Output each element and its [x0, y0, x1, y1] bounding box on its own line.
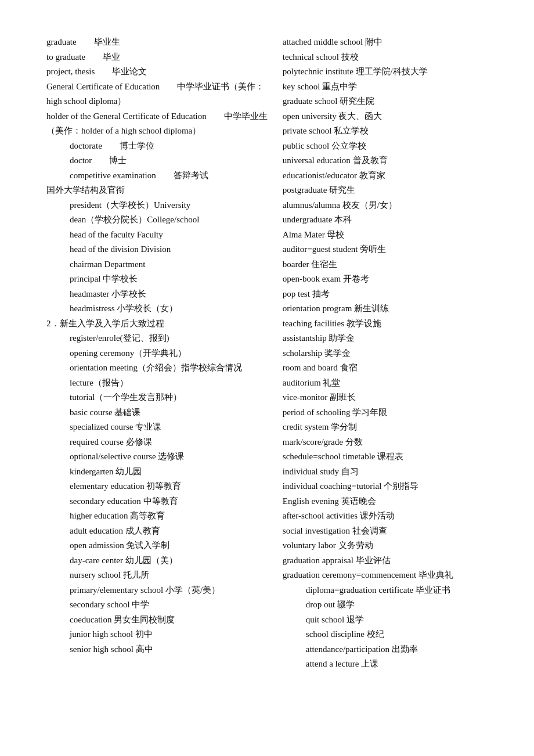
list-item: after-school activities 课外活动 — [283, 509, 511, 524]
list-item: president（大学校长）University — [23, 198, 271, 213]
list-item: assistantship 助学金 — [283, 331, 511, 346]
list-item: credit system 学分制 — [283, 420, 511, 435]
list-item: day-care center 幼儿园（美） — [23, 553, 271, 568]
main-content: graduate 毕业生to graduate 毕业project, thesi… — [23, 35, 511, 672]
list-item: project, thesis 毕业论文 — [23, 64, 271, 80]
list-item: orientation program 新生训练 — [283, 301, 511, 316]
list-item: principal 中学校长 — [23, 272, 271, 287]
list-item: private school 私立学校 — [283, 124, 511, 139]
list-item: kindergarten 幼儿园 — [23, 465, 271, 480]
list-item: higher education 高等教育 — [23, 509, 271, 524]
list-item: attached middle school 附中 — [283, 35, 511, 50]
list-item: drop out 辍学 — [283, 597, 511, 613]
list-item: General Certificate of Education 中学毕业证书（… — [23, 80, 271, 109]
right-column: attached middle school 附中technical schoo… — [277, 35, 511, 672]
list-item: educationist/educator 教育家 — [283, 168, 511, 183]
list-item: individual study 自习 — [283, 465, 511, 480]
list-item: head of the faculty Faculty — [23, 228, 271, 243]
list-item: competitive examination 答辩考试 — [23, 168, 271, 183]
list-item: key school 重点中学 — [283, 80, 511, 95]
list-item: secondary education 中等教育 — [23, 494, 271, 509]
list-item: attend a lecture 上课 — [283, 657, 511, 672]
list-item: polytechnic institute 理工学院/科技大学 — [283, 64, 511, 80]
list-item: headmistress 小学校长（女） — [23, 301, 271, 316]
list-item: quit school 退学 — [283, 613, 511, 628]
list-item: basic course 基础课 — [23, 405, 271, 420]
list-item: teaching facilities 教学设施 — [283, 316, 511, 332]
list-item: public school 公立学校 — [283, 139, 511, 154]
list-item: dean（学校分院长）College/school — [23, 213, 271, 228]
list-item: voluntary labor 义务劳动 — [283, 538, 511, 553]
list-item: headmaster 小学校长 — [23, 287, 271, 302]
list-item: secondary school 中学 — [23, 597, 271, 613]
list-item: social investigation 社会调查 — [283, 524, 511, 539]
list-item: vice-monitor 副班长 — [283, 390, 511, 405]
list-item: boarder 住宿生 — [283, 257, 511, 272]
list-item: undergraduate 本科 — [283, 213, 511, 228]
list-item: primary/elementary school 小学（英/美） — [23, 583, 271, 598]
list-item: open university 夜大、函大 — [283, 109, 511, 124]
list-item: doctorate 博士学位 — [23, 139, 271, 154]
list-item: attendance/participation 出勤率 — [283, 642, 511, 657]
list-item: graduate 毕业生 — [23, 35, 271, 50]
list-item: optional/selective course 选修课 — [23, 449, 271, 465]
list-item: nursery school 托儿所 — [23, 568, 271, 583]
list-item: universal education 普及教育 — [283, 153, 511, 168]
list-item: specialized course 专业课 — [23, 420, 271, 435]
list-item: postgraduate 研究生 — [283, 183, 511, 198]
list-item: register/enrole(登记、报到) — [23, 331, 271, 346]
list-item: to graduate 毕业 — [23, 50, 271, 65]
list-item: orientation meeting（介绍会）指学校综合情况 — [23, 361, 271, 376]
list-item: alumnus/alumna 校友（男/女） — [283, 198, 511, 213]
list-item: doctor 博士 — [23, 153, 271, 168]
list-item: chairman Department — [23, 257, 271, 272]
list-item: room and board 食宿 — [283, 361, 511, 376]
list-item: required course 必修课 — [23, 435, 271, 450]
list-item: auditor=guest student 旁听生 — [283, 242, 511, 257]
list-item: tutorial（一个学生发言那种） — [23, 390, 271, 405]
list-item: pop test 抽考 — [283, 287, 511, 302]
list-item: Alma Mater 母校 — [283, 228, 511, 243]
list-item: individual coaching=tutorial 个别指导 — [283, 479, 511, 494]
list-item: mark/score/grade 分数 — [283, 435, 511, 450]
list-item: junior high school 初中 — [23, 627, 271, 642]
list-item: graduation ceremony=commencement 毕业典礼 — [283, 568, 511, 583]
list-item: holder of the General Certificate of Edu… — [23, 109, 271, 139]
list-item: scholarship 奖学金 — [283, 346, 511, 361]
list-item: coeducation 男女生同校制度 — [23, 613, 271, 628]
list-item: open admission 免试入学制 — [23, 538, 271, 553]
list-item: graduate school 研究生院 — [283, 94, 511, 109]
list-item: opening ceremony（开学典礼） — [23, 346, 271, 361]
list-item: 2．新生入学及入学后大致过程 — [23, 316, 271, 332]
list-item: 国外大学结构及官衔 — [23, 183, 271, 198]
list-item: auditorium 礼堂 — [283, 376, 511, 391]
list-item: graduation appraisal 毕业评估 — [283, 553, 511, 568]
left-column: graduate 毕业生to graduate 毕业project, thesi… — [23, 35, 277, 672]
list-item: schedule=school timetable 课程表 — [283, 449, 511, 465]
list-item: English evening 英语晚会 — [283, 494, 511, 509]
list-item: senior high school 高中 — [23, 642, 271, 657]
list-item: period of schooling 学习年限 — [283, 405, 511, 420]
list-item: elementary education 初等教育 — [23, 479, 271, 494]
list-item: lecture（报告） — [23, 376, 271, 391]
list-item: school discipline 校纪 — [283, 627, 511, 642]
list-item: open-book exam 开卷考 — [283, 272, 511, 287]
list-item: technical school 技校 — [283, 50, 511, 65]
list-item: adult education 成人教育 — [23, 524, 271, 539]
list-item: head of the division Division — [23, 242, 271, 257]
list-item: diploma=graduation certificate 毕业证书 — [283, 583, 511, 598]
